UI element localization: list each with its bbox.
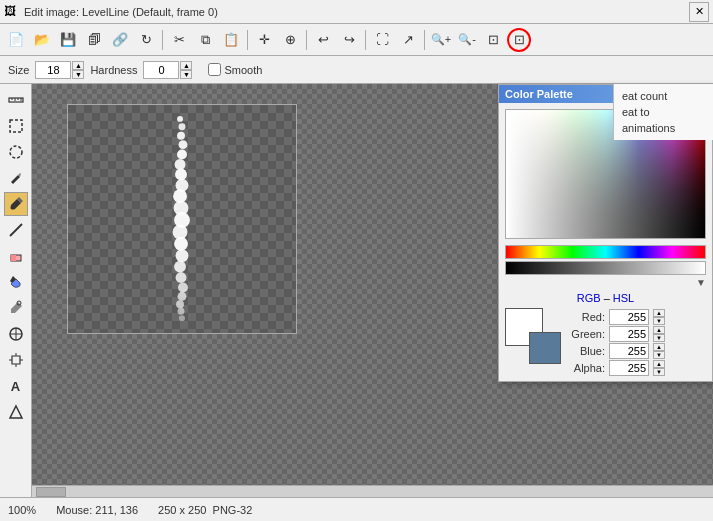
mouse-position: Mouse: 211, 136	[56, 504, 138, 516]
svg-point-15	[177, 116, 183, 122]
line-tool[interactable]	[4, 218, 28, 242]
animations-item[interactable]: animations	[618, 120, 709, 136]
shape-tool[interactable]	[4, 400, 28, 424]
zoom-out-button[interactable]: 🔍-	[455, 28, 479, 52]
ruler-tool[interactable]	[4, 88, 28, 112]
right-panel: eat count eat to animations	[613, 84, 713, 140]
eat-count-item[interactable]: eat count	[618, 88, 709, 104]
transform-button[interactable]: ↗	[396, 28, 420, 52]
left-toolbar: A	[0, 84, 32, 497]
move-button[interactable]: ✛	[252, 28, 276, 52]
alpha-spin: ▲ ▼	[653, 360, 665, 376]
h-scrollbar[interactable]	[32, 485, 713, 497]
svg-point-18	[179, 140, 188, 149]
copy-button[interactable]: ⧉	[193, 28, 217, 52]
red-up[interactable]: ▲	[653, 309, 665, 317]
alpha-down[interactable]: ▼	[653, 368, 665, 376]
zoom-full-button[interactable]: ⊡	[507, 28, 531, 52]
svg-point-27	[174, 237, 188, 251]
svg-point-34	[178, 308, 185, 315]
paste-button[interactable]: 📋	[219, 28, 243, 52]
svg-rect-9	[11, 255, 16, 261]
alpha-input[interactable]	[609, 360, 649, 376]
hardness-down[interactable]: ▼	[180, 70, 192, 79]
hardness-input[interactable]	[143, 61, 179, 79]
redo-button[interactable]: ↪	[337, 28, 361, 52]
smooth-checkbox[interactable]	[208, 63, 221, 76]
svg-point-33	[176, 300, 184, 308]
select-rect-tool[interactable]	[4, 114, 28, 138]
background-color[interactable]	[529, 332, 561, 364]
svg-point-32	[178, 292, 187, 301]
sep3	[306, 30, 307, 50]
red-spin: ▲ ▼	[653, 309, 665, 325]
app-icon: 🖼	[4, 4, 20, 20]
canvas-wrapper	[67, 104, 297, 334]
text-tool[interactable]: A	[4, 374, 28, 398]
undo-button[interactable]: ↩	[311, 28, 335, 52]
eraser-tool[interactable]	[4, 244, 28, 268]
size-down[interactable]: ▼	[72, 70, 84, 79]
size-input[interactable]	[35, 61, 71, 79]
crop-button[interactable]: ⛶	[370, 28, 394, 52]
rgb-link[interactable]: RGB	[577, 292, 601, 304]
new-button[interactable]: 📄	[4, 28, 28, 52]
blue-row: Blue: ▲ ▼	[567, 343, 700, 359]
hsl-link[interactable]: HSL	[613, 292, 634, 304]
blue-spin: ▲ ▼	[653, 343, 665, 359]
blue-label: Blue:	[567, 345, 605, 357]
open-button[interactable]: 📂	[30, 28, 54, 52]
fill-tool[interactable]	[4, 270, 28, 294]
zoom-fit-button[interactable]: ⊡	[481, 28, 505, 52]
sep5	[424, 30, 425, 50]
gray-bar[interactable]	[505, 261, 706, 275]
blue-up[interactable]: ▲	[653, 343, 665, 351]
canvas-dimensions: 250 x 250 PNG-32	[158, 504, 252, 516]
main-toolbar: 📄 📂 💾 🗐 🔗 ↻ ✂ ⧉ 📋 ✛ ⊕ ↩ ↪ ⛶ ↗ 🔍+ 🔍- ⊡ ⊡	[0, 24, 713, 56]
size-arrows: ▲ ▼	[72, 61, 84, 79]
svg-point-17	[177, 132, 185, 140]
red-row: Red: ▲ ▼	[567, 309, 700, 325]
zoom-in-button[interactable]: 🔍+	[429, 28, 453, 52]
green-up[interactable]: ▲	[653, 326, 665, 334]
size-up[interactable]: ▲	[72, 61, 84, 70]
move2-button[interactable]: ⊕	[278, 28, 302, 52]
svg-point-20	[175, 159, 186, 170]
sep1	[162, 30, 163, 50]
h-scrollbar-thumb[interactable]	[36, 487, 66, 497]
brush-tool[interactable]	[4, 192, 28, 216]
link-sep: –	[601, 292, 613, 304]
color-mode-links: RGB – HSL	[503, 292, 708, 304]
red-down[interactable]: ▼	[653, 317, 665, 325]
green-label: Green:	[567, 328, 605, 340]
alpha-up[interactable]: ▲	[653, 360, 665, 368]
svg-point-35	[179, 315, 185, 321]
green-input[interactable]	[609, 326, 649, 342]
svg-point-31	[178, 282, 188, 292]
refresh-button[interactable]: ↻	[134, 28, 158, 52]
eat-to-item[interactable]: eat to	[618, 104, 709, 120]
blue-down[interactable]: ▼	[653, 351, 665, 359]
hardness-label: Hardness	[90, 64, 137, 76]
blue-input[interactable]	[609, 343, 649, 359]
green-down[interactable]: ▼	[653, 334, 665, 342]
smooth-option: Smooth	[208, 63, 262, 76]
close-button[interactable]: ✕	[689, 2, 709, 22]
window-title: Edit image: LevelLine (Default, frame 0)	[24, 6, 689, 18]
select-ellipse-tool[interactable]	[4, 140, 28, 164]
eyedropper-tool[interactable]	[4, 296, 28, 320]
alpha-label: Alpha:	[567, 362, 605, 374]
red-input[interactable]	[609, 309, 649, 325]
transform-tool-btn[interactable]	[4, 348, 28, 372]
copy-image-button[interactable]: 🗐	[82, 28, 106, 52]
hue-bar[interactable]	[505, 245, 706, 259]
pencil-tool[interactable]	[4, 166, 28, 190]
save-button[interactable]: 💾	[56, 28, 80, 52]
svg-marker-14	[10, 406, 22, 418]
canvas-content	[68, 105, 296, 333]
link-button[interactable]: 🔗	[108, 28, 132, 52]
hardness-up[interactable]: ▲	[180, 61, 192, 70]
cut-button[interactable]: ✂	[167, 28, 191, 52]
clone-tool[interactable]	[4, 322, 28, 346]
smooth-label: Smooth	[224, 64, 262, 76]
